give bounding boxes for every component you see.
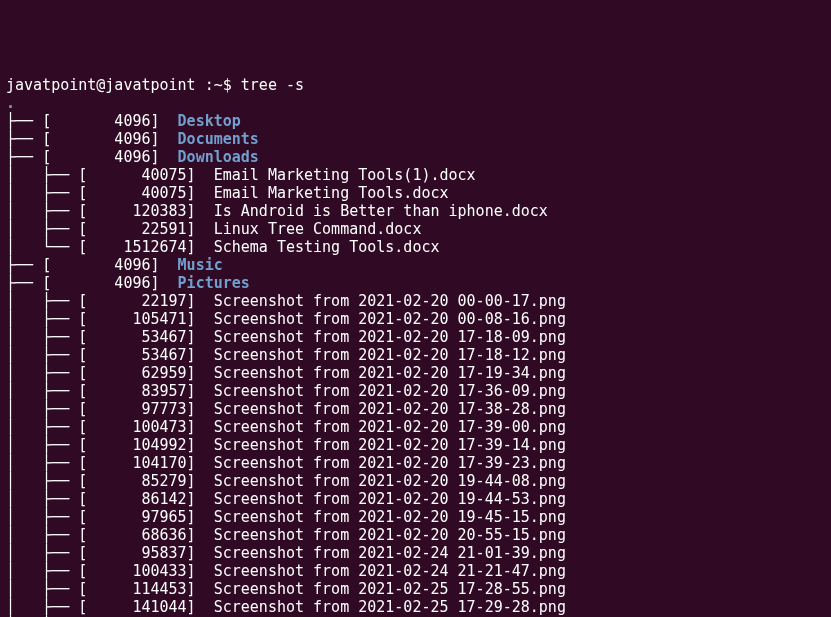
tree-prefix: │ ├──	[6, 202, 78, 220]
tree-item-name: Screenshot from 2021-02-20 19-44-08.png	[214, 472, 566, 490]
tree-size: [ 104992]	[78, 436, 213, 454]
tree-item-name: Screenshot from 2021-02-20 17-39-00.png	[214, 418, 566, 436]
tree-item-name: Screenshot from 2021-02-20 20-55-15.png	[214, 526, 566, 544]
tree-prefix: │ ├──	[6, 562, 78, 580]
tree-size: [ 97965]	[78, 508, 213, 526]
tree-prefix: ├──	[6, 148, 42, 166]
tree-size: [ 100433]	[78, 562, 213, 580]
tree-root: .	[6, 94, 15, 112]
prompt-dollar: $	[223, 76, 241, 94]
tree-size: [ 104170]	[78, 454, 213, 472]
tree-item-name: Pictures	[178, 274, 250, 292]
tree-prefix: │ ├──	[6, 580, 78, 598]
tree-item-name: Screenshot from 2021-02-25 17-29-28.png	[214, 598, 566, 616]
tree-prefix: │ ├──	[6, 382, 78, 400]
tree-prefix: │ ├──	[6, 526, 78, 544]
tree-size: [ 4096]	[42, 130, 177, 148]
tree-size: [ 95837]	[78, 544, 213, 562]
tree-size: [ 105471]	[78, 310, 213, 328]
tree-item-name: Email Marketing Tools.docx	[214, 184, 449, 202]
tree-size: [ 40075]	[78, 166, 213, 184]
tree-prefix: ├──	[6, 112, 42, 130]
tree-prefix: ├──	[6, 256, 42, 274]
tree-size: [ 4096]	[42, 274, 177, 292]
tree-prefix: │ ├──	[6, 184, 78, 202]
tree-size: [ 83957]	[78, 382, 213, 400]
tree-item-name: Screenshot from 2021-02-20 17-39-23.png	[214, 454, 566, 472]
tree-item-name: Screenshot from 2021-02-20 00-00-17.png	[214, 292, 566, 310]
tree-item-name: Linux Tree Command.docx	[214, 220, 422, 238]
tree-size: [ 62959]	[78, 364, 213, 382]
tree-size: [ 4096]	[42, 148, 177, 166]
tree-prefix: │ ├──	[6, 454, 78, 472]
tree-prefix: │ ├──	[6, 346, 78, 364]
tree-prefix: │ ├──	[6, 418, 78, 436]
tree-item-name: Screenshot from 2021-02-20 17-36-09.png	[214, 382, 566, 400]
tree-item-name: Schema Testing Tools.docx	[214, 238, 440, 256]
tree-prefix: ├──	[6, 130, 42, 148]
tree-size: [ 22197]	[78, 292, 213, 310]
tree-size: [ 68636]	[78, 526, 213, 544]
tree-item-name: Screenshot from 2021-02-20 00-08-16.png	[214, 310, 566, 328]
tree-size: [ 53467]	[78, 346, 213, 364]
tree-size: [ 53467]	[78, 328, 213, 346]
tree-prefix: │ ├──	[6, 400, 78, 418]
tree-prefix: │ ├──	[6, 166, 78, 184]
tree-size: [ 114453]	[78, 580, 213, 598]
tree-prefix: │ ├──	[6, 598, 78, 616]
tree-prefix: │ ├──	[6, 508, 78, 526]
tree-size: [ 120383]	[78, 202, 213, 220]
tree-item-name: Screenshot from 2021-02-20 17-38-28.png	[214, 400, 566, 418]
tree-size: [ 4096]	[42, 256, 177, 274]
tree-item-name: Music	[178, 256, 223, 274]
tree-prefix: │ ├──	[6, 310, 78, 328]
prompt-sep: :	[196, 76, 214, 94]
tree-prefix: │ ├──	[6, 220, 78, 238]
tree-prefix: │ ├──	[6, 292, 78, 310]
tree-item-name: Screenshot from 2021-02-24 21-01-39.png	[214, 544, 566, 562]
tree-item-name: Downloads	[178, 148, 259, 166]
tree-item-name: Screenshot from 2021-02-20 17-18-09.png	[214, 328, 566, 346]
tree-item-name: Is Android is Better than iphone.docx	[214, 202, 548, 220]
tree-item-name: Documents	[178, 130, 259, 148]
tree-size: [ 86142]	[78, 490, 213, 508]
tree-prefix: ├──	[6, 274, 42, 292]
tree-size: [ 141044]	[78, 598, 213, 616]
tree-item-name: Screenshot from 2021-02-20 17-18-12.png	[214, 346, 566, 364]
tree-size: [ 97773]	[78, 400, 213, 418]
tree-size: [ 85279]	[78, 472, 213, 490]
tree-item-name: Desktop	[178, 112, 241, 130]
tree-item-name: Screenshot from 2021-02-25 17-28-55.png	[214, 580, 566, 598]
command-text: tree -s	[241, 76, 304, 94]
tree-prefix: │ ├──	[6, 436, 78, 454]
tree-item-name: Screenshot from 2021-02-20 19-44-53.png	[214, 490, 566, 508]
tree-size: [ 1512674]	[78, 238, 213, 256]
tree-prefix: │ ├──	[6, 364, 78, 382]
tree-size: [ 22591]	[78, 220, 213, 238]
tree-size: [ 100473]	[78, 418, 213, 436]
tree-prefix: │ ├──	[6, 490, 78, 508]
tree-item-name: Email Marketing Tools(1).docx	[214, 166, 476, 184]
tree-item-name: Screenshot from 2021-02-20 17-39-14.png	[214, 436, 566, 454]
tree-item-name: Screenshot from 2021-02-20 17-19-34.png	[214, 364, 566, 382]
tree-prefix: │ ├──	[6, 472, 78, 490]
tree-prefix: │ ├──	[6, 544, 78, 562]
tree-item-name: Screenshot from 2021-02-20 19-45-15.png	[214, 508, 566, 526]
prompt-user: javatpoint@javatpoint	[6, 76, 196, 94]
tree-prefix: │ ├──	[6, 328, 78, 346]
tree-item-name: Screenshot from 2021-02-24 21-21-47.png	[214, 562, 566, 580]
tree-prefix: │ └──	[6, 238, 78, 256]
terminal-output[interactable]: javatpoint@javatpoint :~$ tree -s . ├── …	[6, 76, 825, 617]
tree-size: [ 4096]	[42, 112, 177, 130]
tree-size: [ 40075]	[78, 184, 213, 202]
prompt-path: ~	[214, 76, 223, 94]
